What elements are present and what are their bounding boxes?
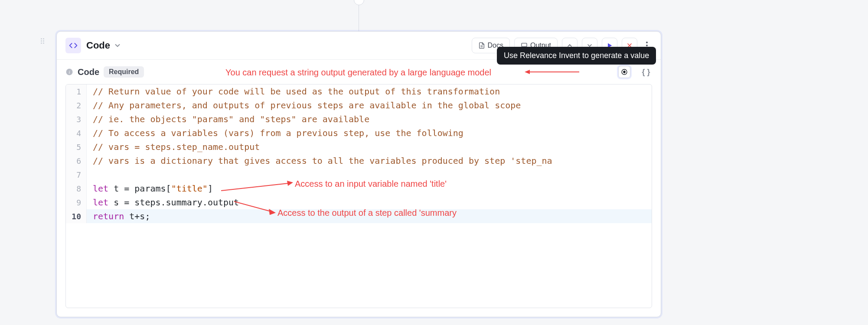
ai-tooltip: Use Relevance Invent to generate a value	[497, 47, 656, 65]
info-icon: i	[65, 68, 73, 76]
code-content[interactable]: // vars = steps.step_name.output	[87, 142, 260, 152]
code-editor[interactable]: 1// Return value of your code will be us…	[65, 84, 652, 308]
line-number: 4	[66, 126, 87, 140]
line-number: 6	[66, 154, 87, 168]
code-content[interactable]: // To access a variables (vars) from a p…	[87, 128, 463, 138]
annotation-top: You can request a string output generate…	[225, 68, 491, 78]
braces-button[interactable]: { }	[640, 66, 652, 78]
code-content[interactable]: // Any parameters, and outputs of previo…	[87, 100, 521, 110]
code-content[interactable]	[87, 169, 98, 180]
line-number: 8	[66, 182, 87, 195]
section-label: Code	[78, 67, 99, 77]
code-icon	[65, 38, 81, 53]
editor-line[interactable]: 3// ie. the objects "params" and "steps"…	[66, 112, 652, 126]
drag-handle[interactable]	[41, 38, 48, 45]
code-content[interactable]: // Return value of your code will be use…	[87, 86, 500, 97]
required-badge: Required	[104, 66, 144, 78]
editor-line[interactable]: 6// vars is a dictionary that gives acce…	[66, 154, 652, 168]
editor-line[interactable]: 1// Return value of your code will be us…	[66, 84, 652, 98]
editor-line[interactable]: 9let s = steps.summary.output	[66, 195, 652, 209]
line-number: 9	[66, 195, 87, 209]
line-number: 3	[66, 112, 87, 126]
svg-text:i: i	[69, 70, 70, 75]
code-content[interactable]: // vars is a dictionary that gives acces…	[87, 156, 552, 166]
line-number: 10	[66, 209, 87, 223]
editor-line[interactable]: 4// To access a variables (vars) from a …	[66, 126, 652, 140]
code-content[interactable]: return t+s;	[87, 211, 150, 221]
annotation-bottom: Access to the output of a step called 's…	[277, 208, 457, 218]
code-content[interactable]: let t = params["title"]	[87, 183, 213, 194]
connector-node	[354, 0, 364, 5]
ai-generate-button[interactable]	[618, 66, 630, 78]
code-content[interactable]: // ie. the objects "params" and "steps" …	[87, 114, 369, 124]
line-number: 2	[66, 98, 87, 112]
line-number: 5	[66, 140, 87, 154]
line-number: 7	[66, 168, 87, 182]
card-title: Code	[86, 40, 110, 51]
line-number: 1	[66, 84, 87, 98]
code-content[interactable]: let s = steps.summary.output	[87, 197, 239, 208]
svg-rect-2	[522, 43, 527, 47]
editor-line[interactable]: 5// vars = steps.step_name.output	[66, 140, 652, 154]
editor-line[interactable]: 2// Any parameters, and outputs of previ…	[66, 98, 652, 112]
annotation-mid: Access to an input variable named 'title…	[295, 179, 447, 189]
chevron-down-icon[interactable]	[114, 42, 121, 49]
